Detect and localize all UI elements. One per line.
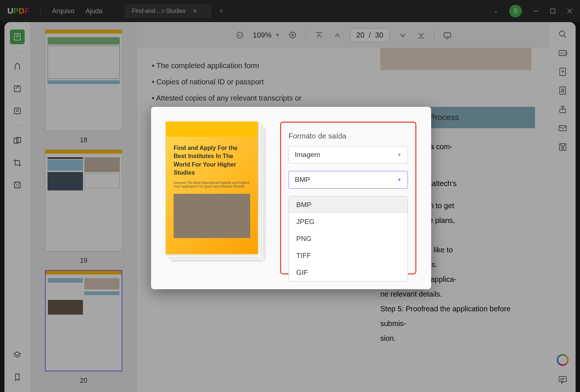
option-png[interactable]: PNG (289, 230, 408, 247)
option-jpeg[interactable]: JPEG (289, 213, 408, 230)
export-dialog: Find and Apply For the Best Institutes I… (151, 107, 431, 289)
dialog-preview: Find and Apply For the Best Institutes I… (166, 122, 269, 262)
format-label: Formato de saída (289, 132, 408, 140)
chevron-down-icon: ▼ (397, 152, 402, 157)
option-tiff[interactable]: TIFF (289, 247, 408, 264)
chevron-down-icon: ▼ (397, 177, 402, 182)
dialog-form: Formato de saída Imagem ▼ BMP ▼ BMP JPEG… (280, 122, 416, 274)
preview-title: Find and Apply For the Best Institutes I… (174, 144, 250, 177)
preview-subtitle: Discover The Best Educational Institute … (174, 181, 250, 188)
type-dropdown: BMP JPEG PNG TIFF GIF (289, 196, 408, 281)
type-select[interactable]: BMP ▼ (289, 171, 408, 189)
option-gif[interactable]: GIF (289, 264, 408, 281)
option-bmp[interactable]: BMP (289, 196, 408, 213)
format-select[interactable]: Imagem ▼ (289, 146, 408, 164)
